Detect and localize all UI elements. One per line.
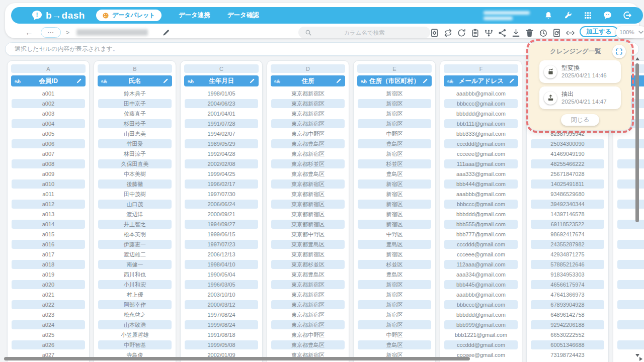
table-cell[interactable]: 東京都杉並区 (267, 259, 349, 269)
table-cell[interactable]: 92942206188 (527, 320, 608, 330)
share-icon[interactable] (496, 26, 509, 39)
table-cell[interactable]: a019 (8, 269, 89, 280)
table-cell[interactable]: 東京都新宿区 (267, 249, 349, 259)
table-cell[interactable]: 東京都豊島区 (267, 139, 349, 149)
table-cell[interactable]: 松本英明 (94, 229, 176, 239)
table-cell[interactable]: 1999/08/24 (181, 320, 262, 330)
table-cell[interactable]: 東京都新宿区 (267, 119, 349, 129)
table-cell[interactable]: a018 (8, 259, 89, 269)
column-letter[interactable]: E (357, 64, 432, 73)
branch-icon[interactable] (482, 26, 496, 39)
column-letter[interactable]: A (11, 64, 86, 73)
table-cell[interactable]: 2001/04/01 (181, 109, 262, 119)
table-cell[interactable]: 25671847028 (527, 169, 608, 179)
scroll-up-arrow[interactable] (635, 57, 639, 60)
table-cell[interactable]: 新宿区 (354, 189, 435, 199)
signout-icon[interactable] (622, 11, 632, 21)
table-cell[interactable]: a014 (8, 219, 89, 229)
table-cell[interactable]: 東京都新宿区 (267, 290, 349, 300)
table-cell[interactable]: 新宿区 (354, 310, 435, 320)
table-cell[interactable]: a026 (8, 340, 89, 350)
table-cell[interactable]: 伊藤恵一 (94, 239, 176, 249)
table-cell[interactable]: 東京都豊島区 (267, 340, 349, 350)
table-cell[interactable]: 1996/02/17 (181, 179, 262, 189)
table-cell[interactable]: 1999/06/15 (181, 229, 262, 239)
wrench-icon[interactable] (563, 11, 573, 21)
table-cell[interactable]: 竹田愛 (94, 139, 176, 149)
table-cell[interactable]: 1989/05/29 (181, 139, 262, 149)
table-cell[interactable]: a012 (8, 199, 89, 209)
table-cell[interactable]: 91834953303 (527, 269, 608, 280)
table-cell[interactable]: 48255466222 (527, 159, 608, 169)
clipboard-icon[interactable] (468, 26, 482, 39)
table-cell[interactable]: aaabbb@gmail.com (440, 88, 522, 99)
table-cell[interactable]: 2000/09/21 (181, 209, 262, 219)
table-cell[interactable]: 井上智之 (94, 219, 176, 229)
table-cell[interactable]: 山田恵美 (94, 129, 176, 139)
edit-column-icon[interactable] (336, 78, 342, 84)
table-cell[interactable]: 新宿区 (354, 109, 435, 119)
table-cell[interactable]: 杉田玲子 (94, 119, 176, 129)
table-cell[interactable]: 42934871275 (527, 249, 608, 259)
table-cell[interactable]: 東京都新宿区 (267, 280, 349, 290)
column-header[interactable]: aあ生年月日 (184, 75, 259, 86)
table-cell[interactable]: 東京都新宿区 (267, 209, 349, 219)
table-cell[interactable]: bbb111@gmail.com (440, 119, 522, 129)
table-cell[interactable]: a007 (8, 149, 89, 159)
file-settings-icon[interactable] (428, 26, 441, 39)
table-cell[interactable]: a024 (8, 320, 89, 330)
column-header[interactable]: aあ住所 (271, 75, 345, 86)
table-cell[interactable]: cccddd@gmail.com (440, 340, 522, 350)
column-header[interactable]: aあメールアドレス (444, 75, 518, 86)
table-cell[interactable]: a017 (8, 249, 89, 259)
nav-item-data-integration[interactable]: データ連携 (179, 11, 210, 20)
cleansing-step-item[interactable]: 抽出2025/04/21 14:47 (539, 86, 621, 109)
table-cell[interactable]: 中野区 (354, 330, 435, 340)
table-cell[interactable]: a009 (8, 169, 89, 179)
table-cell[interactable]: 2006/06/24 (181, 199, 262, 209)
table-cell[interactable]: 田中茂樹 (94, 189, 176, 199)
table-cell[interactable]: aaa333@gmail.com (440, 169, 522, 179)
horizontal-scrollbar[interactable] (0, 356, 644, 362)
table-cell[interactable]: 1990/05/04 (181, 269, 262, 280)
table-cell[interactable]: bbbccc@gmail.com (440, 199, 522, 209)
table-cell[interactable]: 佐藤直子 (94, 109, 176, 119)
table-cell[interactable]: a023 (8, 310, 89, 320)
table-cell[interactable]: 東京都豊島区 (267, 239, 349, 249)
table-cell[interactable]: cccddd@gmail.com (440, 139, 522, 149)
table-cell[interactable]: a003 (8, 109, 89, 119)
table-cell[interactable]: a013 (8, 209, 89, 219)
bdash-logo[interactable]: ! b→dash (31, 10, 85, 21)
cleansing-step-item[interactable]: 型変換2025/04/21 14:46 (539, 60, 621, 83)
column-header[interactable]: aあ住所（市区町村） (357, 75, 432, 86)
table-cell[interactable]: 111aaa@gmail.com (440, 159, 522, 169)
table-cell[interactable]: 東京都豊島区 (267, 269, 349, 280)
column-letter[interactable]: C (184, 64, 259, 73)
table-cell[interactable]: 西川和也 (94, 269, 176, 280)
table-cell[interactable]: 東京都新宿区 (267, 199, 349, 209)
table-cell[interactable]: bbbccc@gmail.com (440, 99, 522, 109)
table-cell[interactable]: 東京都新宿区 (267, 109, 349, 119)
table-cell[interactable]: 田中京子 (94, 99, 176, 109)
edit-column-icon[interactable] (422, 78, 428, 84)
tab-data-palette[interactable]: データパレット (96, 10, 162, 21)
table-cell[interactable]: 60051346688 (527, 340, 608, 350)
column-header[interactable]: aあ会員ID (11, 75, 86, 86)
edit-column-icon[interactable] (249, 78, 255, 84)
column-letter[interactable]: B (98, 64, 172, 73)
table-cell[interactable]: a006 (8, 139, 89, 149)
table-cell[interactable]: a001 (8, 88, 89, 99)
mascot-chat-icon[interactable] (602, 11, 612, 21)
table-cell[interactable]: 渡辺洋 (94, 209, 176, 219)
table-cell[interactable]: 1994/02/07 (181, 129, 262, 139)
table-cell[interactable]: 1998/01/05 (181, 88, 262, 99)
table-cell[interactable]: 64896142758 (527, 310, 608, 320)
table-cell[interactable]: 93486529680 (527, 189, 608, 199)
table-cell[interactable]: 2003/10/10 (181, 290, 262, 300)
table-cell[interactable]: 1999/04/25 (181, 169, 262, 179)
table-cell[interactable]: 東京都新宿区 (267, 99, 349, 109)
table-cell[interactable]: 66530222552 (527, 330, 608, 340)
table-cell[interactable]: a022 (8, 300, 89, 310)
close-panel-button[interactable]: 閉じる (561, 114, 599, 126)
table-cell[interactable]: 新宿区 (354, 179, 435, 189)
